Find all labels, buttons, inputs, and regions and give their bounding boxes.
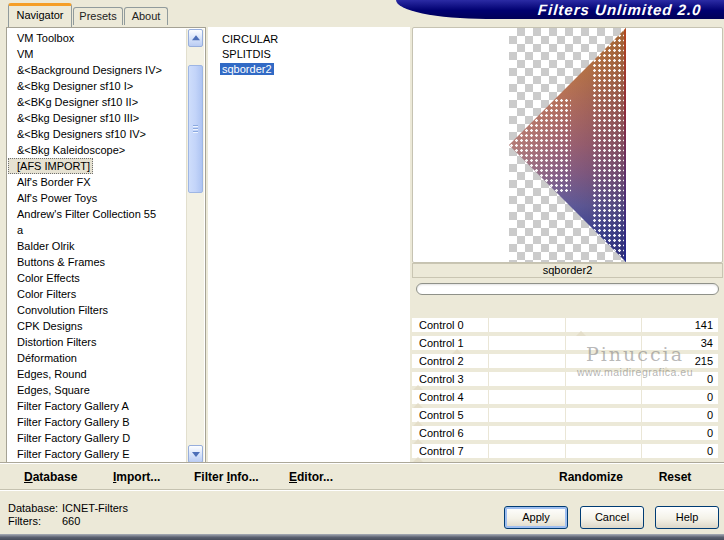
control-label: Control 2 [419, 354, 464, 368]
control-label: Control 7 [419, 444, 464, 458]
category-item[interactable]: Filter Factory Gallery E [8, 446, 187, 462]
control-slider-row[interactable]: Control 30 [412, 372, 718, 386]
scroll-up-button[interactable] [188, 29, 203, 47]
import-button[interactable]: Import... [113, 464, 160, 491]
filter-info-button[interactable]: Filter Info... [194, 464, 259, 491]
bottom-toolbar: DatabaseImport...Filter Info...Editor...… [0, 463, 724, 491]
filter-item[interactable]: SPLITDIS [208, 47, 410, 62]
category-item[interactable]: VM [8, 46, 187, 62]
database-value: ICNET-Filters [62, 502, 128, 514]
category-scrollbar[interactable] [186, 29, 204, 463]
control-label: Control 6 [419, 426, 464, 440]
filter-item[interactable]: sqborder2 [208, 62, 410, 77]
control-label: Control 0 [419, 318, 464, 332]
category-item[interactable]: Alf's Border FX [8, 174, 187, 190]
controls-list: Control 0141Control 134Control 2215Contr… [412, 318, 718, 462]
control-value: 34 [701, 336, 713, 350]
apply-button[interactable]: Apply [504, 506, 568, 529]
category-item[interactable]: &<Bkg Kaleidoscope> [8, 142, 187, 158]
randomize-button[interactable]: Randomize [552, 464, 630, 491]
cancel-button[interactable]: Cancel [580, 506, 644, 529]
category-item[interactable]: Distortion Filters [8, 334, 187, 350]
control-label: Control 4 [419, 390, 464, 404]
control-value: 0 [707, 390, 713, 404]
scrollbar-thumb[interactable] [188, 65, 203, 193]
control-slider-row[interactable]: Control 2215 [412, 354, 718, 368]
filter-list-panel: CIRCULARSPLITDISsqborder2 [208, 27, 410, 463]
tab-about[interactable]: About [124, 7, 168, 25]
category-item[interactable]: CPK Designs [8, 318, 187, 334]
category-item[interactable]: VM Toolbox [8, 30, 187, 46]
category-item[interactable]: Filter Factory Gallery B [8, 414, 187, 430]
filters-count-label: Filters: [8, 515, 41, 527]
selected-filter-name-bar: sqborder2 [412, 263, 723, 278]
category-item[interactable]: [AFS IMPORT] [8, 158, 93, 174]
category-item[interactable]: Buttons & Frames [8, 254, 187, 270]
category-item[interactable]: Color Effects [8, 270, 187, 286]
filter-list: CIRCULARSPLITDISsqborder2 [208, 27, 410, 77]
preview-filter-result-image [509, 28, 626, 262]
preview-transparency-checkerboard [509, 28, 626, 262]
control-value: 0 [707, 444, 713, 458]
app-title: Filters Unlimited 2.0 [538, 0, 703, 19]
category-item[interactable]: &<Background Designers IV> [8, 62, 187, 78]
control-slider-row[interactable]: Control 0141 [412, 318, 718, 332]
category-item[interactable]: Filter Factory Gallery D [8, 430, 187, 446]
scroll-up-icon [192, 35, 200, 40]
control-slider-row[interactable]: Control 50 [412, 408, 718, 422]
category-item[interactable]: Filter Factory Gallery A [8, 398, 187, 414]
category-item[interactable]: &<Bkg Designers sf10 IV> [8, 126, 187, 142]
category-item[interactable]: Convolution Filters [8, 302, 187, 318]
category-item[interactable]: &<Bkg Designer sf10 III> [8, 110, 187, 126]
category-item[interactable]: Déformation [8, 350, 187, 366]
preview-area [412, 27, 723, 263]
category-item[interactable]: Edges, Square [8, 382, 187, 398]
category-item[interactable]: &<Bkg Designer sf10 I> [8, 78, 187, 94]
category-list: VM ToolboxVM&<Background Designers IV>&<… [8, 30, 187, 463]
category-item[interactable]: Alf's Power Toys [8, 190, 187, 206]
control-slider-row[interactable]: Control 134 [412, 336, 718, 350]
control-slider-track[interactable] [412, 458, 718, 462]
filters-count-value: 660 [62, 515, 80, 527]
halftone-dots-tip [509, 98, 571, 192]
filters-unlimited-dialog: { "window": { "app_title": "Filters Unli… [0, 0, 724, 540]
filter-item[interactable]: CIRCULAR [208, 32, 410, 47]
control-value: 0 [707, 372, 713, 386]
tab-presets[interactable]: Presets [73, 7, 123, 25]
control-value: 0 [707, 408, 713, 422]
category-item[interactable]: Color Filters [8, 286, 187, 302]
filter-item-label: CIRCULAR [220, 33, 280, 45]
control-label: Control 5 [419, 408, 464, 422]
scroll-down-icon [192, 452, 200, 457]
filter-item-label: sqborder2 [220, 63, 274, 75]
control-slider-row[interactable]: Control 60 [412, 426, 718, 440]
control-value: 215 [695, 354, 713, 368]
category-item[interactable]: Balder Olrik [8, 238, 187, 254]
database-label: Database: [8, 502, 58, 514]
scroll-down-button[interactable] [188, 445, 203, 463]
control-value: 141 [695, 318, 713, 332]
help-button[interactable]: Help [655, 506, 719, 529]
render-progress-bar [416, 283, 719, 295]
category-item[interactable]: Edges, Round [8, 366, 187, 382]
category-item[interactable]: Andrew's Filter Collection 55 [8, 206, 187, 222]
category-item[interactable]: a [8, 222, 187, 238]
control-value: 0 [707, 426, 713, 440]
database-button[interactable]: Database [24, 464, 77, 491]
halftone-dots-right [592, 28, 626, 262]
control-label: Control 3 [419, 372, 464, 386]
editor-button[interactable]: Editor... [289, 464, 333, 491]
control-slider-row[interactable]: Control 70 [412, 444, 718, 458]
reset-button[interactable]: Reset [652, 464, 698, 491]
category-list-panel: VM ToolboxVM&<Background Designers IV>&<… [6, 27, 206, 465]
category-item[interactable]: &<BKg Designer sf10 II> [8, 94, 187, 110]
filter-item-label: SPLITDIS [220, 48, 273, 60]
control-slider-row[interactable]: Control 40 [412, 390, 718, 404]
tab-navigator[interactable]: Navigator [8, 3, 72, 27]
triangle-right-edge [624, 28, 626, 262]
title-banner: Filters Unlimited 2.0 [396, 0, 724, 19]
window-bottom-edge [0, 534, 724, 540]
control-label: Control 1 [419, 336, 464, 350]
